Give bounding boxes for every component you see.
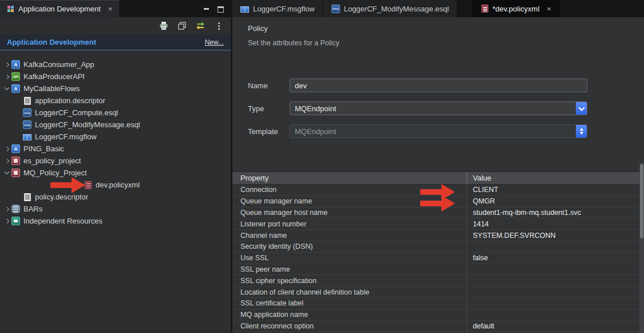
tree-item-label: LoggerCF_Compute.esql <box>35 108 118 117</box>
tree-item-LoggerCF.msgflow[interactable]: LoggerCF.msgflow <box>0 131 231 143</box>
scrollbar-thumb[interactable] <box>640 164 643 238</box>
property-cell: SSL peer name <box>232 264 467 275</box>
template-row: Template MQEndpoint <box>248 124 644 138</box>
close-view-icon[interactable]: × <box>108 5 113 13</box>
tree-item-es_policy_project[interactable]: es_policy_project <box>0 155 231 167</box>
table-scrollbar[interactable] <box>639 163 644 333</box>
table-row[interactable]: Use SSLfalse <box>232 253 644 264</box>
tree-item-application.descriptor[interactable]: application.descriptor <box>0 95 231 107</box>
expander-collapsed-icon[interactable] <box>3 157 11 165</box>
value-cell[interactable]: student1-mq-ibm-mq.student1.svc <box>467 207 644 218</box>
property-cell: Listener port number <box>232 218 467 229</box>
value-cell[interactable] <box>467 287 644 297</box>
expander-collapsed-icon[interactable] <box>3 73 11 81</box>
property-cell: Location of client channel definition ta… <box>232 287 467 297</box>
maximize-view-icon[interactable] <box>217 5 224 12</box>
app-icon <box>11 144 20 153</box>
property-cell: SSL cipher specification <box>232 275 467 286</box>
property-cell: Queue manager host name <box>232 207 467 218</box>
value-cell[interactable]: CLIENT <box>467 185 644 195</box>
table-row[interactable]: Queue manager host namestudent1-mq-ibm-m… <box>232 207 644 219</box>
table-row[interactable]: Queue manager nameQMGR <box>232 196 644 207</box>
tree-item-PING_Basic[interactable]: PING_Basic <box>0 143 231 155</box>
tree-item-MQ_Policy_Project[interactable]: MQ_Policy_Project <box>0 167 231 179</box>
tree-item-BARs[interactable]: BARs <box>0 203 231 215</box>
stepper-icon[interactable] <box>576 125 587 138</box>
tree-item-label: policy.descriptor <box>35 193 88 201</box>
tree-item-label: Independent Resources <box>23 217 102 225</box>
editor-title: Policy <box>248 24 644 33</box>
tree-item-label: MQ_Policy_Project <box>23 169 87 177</box>
app-icon <box>11 60 20 69</box>
property-cell: Channel name <box>232 230 467 241</box>
column-header-property[interactable]: Property <box>232 172 467 184</box>
table-row[interactable]: Listener port number1414 <box>232 218 644 230</box>
chevron-down-icon[interactable] <box>576 102 587 115</box>
expander-collapsed-icon[interactable] <box>3 145 11 153</box>
policy-properties-table: Property Value ConnectionCLIENTQueue man… <box>232 171 644 332</box>
editor-tab-LoggerCF_ModifyMessage.esql[interactable]: LoggerCF_ModifyMessage.esql <box>323 0 458 17</box>
tree-item-label: es_policy_project <box>23 156 81 165</box>
property-cell: Security identity (DSN) <box>232 241 467 252</box>
policy-form: Name Type MQEndpoint Template MQEndpoint <box>232 79 644 147</box>
value-cell[interactable] <box>467 241 644 252</box>
table-header-row: Property Value <box>232 172 644 185</box>
value-cell[interactable]: 1414 <box>467 218 644 229</box>
table-row[interactable]: ConnectionCLIENT <box>232 185 644 196</box>
table-row[interactable]: Security identity (DSN) <box>232 241 644 253</box>
value-cell[interactable]: default <box>467 321 644 332</box>
tree-item-dev.policyxml[interactable]: dev.policyxml <box>0 179 231 191</box>
table-row[interactable]: SSL peer name <box>232 264 644 276</box>
value-cell[interactable]: QMGR <box>467 196 644 207</box>
table-row[interactable]: Location of client channel definition ta… <box>232 287 644 298</box>
esql-icon <box>331 5 340 13</box>
name-input[interactable] <box>290 79 587 92</box>
bars-icon <box>11 205 20 213</box>
print-icon[interactable] <box>159 21 169 31</box>
table-row[interactable]: Client reconnect optiondefault <box>232 321 644 332</box>
minimize-view-icon[interactable] <box>203 5 210 12</box>
tree-item-KafkaProducerAPI[interactable]: KafkaProducerAPI <box>0 70 231 83</box>
esql-icon <box>23 108 31 117</box>
template-dropdown[interactable]: MQEndpoint <box>290 124 587 138</box>
value-cell[interactable] <box>467 310 644 320</box>
view-menu-icon[interactable] <box>214 21 224 31</box>
tree-item-KafkaConsumer_App[interactable]: KafkaConsumer_App <box>0 58 231 70</box>
tree-item-label: MyCallableFlows <box>23 84 80 93</box>
tree-item-label: BARs <box>23 205 42 213</box>
column-header-value[interactable]: Value <box>467 172 644 184</box>
expander-collapsed-icon[interactable] <box>3 217 11 225</box>
collapse-all-icon[interactable] <box>177 21 187 31</box>
table-row[interactable]: SSL cipher specification <box>232 275 644 287</box>
value-cell[interactable] <box>467 275 644 286</box>
expander-collapsed-icon[interactable] <box>3 205 11 213</box>
type-dropdown[interactable]: MQEndpoint <box>290 101 587 115</box>
value-cell[interactable] <box>467 298 644 309</box>
value-cell[interactable]: SYSTEM.DEF.SVRCONN <box>467 230 644 241</box>
editor-tab-label: LoggerCF_ModifyMessage.esql <box>344 5 449 13</box>
property-cell: Client reconnect option <box>232 321 467 332</box>
editor-tab-LoggerCF.msgflow[interactable]: LoggerCF.msgflow <box>232 0 323 17</box>
editor-tab-label: *dev.policyxml <box>492 5 539 13</box>
value-cell[interactable] <box>467 264 644 275</box>
value-cell[interactable]: false <box>467 253 644 264</box>
tree-item-Independent Resources[interactable]: Independent Resources <box>0 215 231 227</box>
policy-project-icon <box>11 169 20 177</box>
tab-application-development[interactable]: Application Development × <box>0 0 119 17</box>
table-row[interactable]: SSL certificate label <box>232 298 644 310</box>
tree-item-label: application.descriptor <box>35 96 105 105</box>
new-link[interactable]: New... <box>205 38 224 46</box>
tree-item-LoggerCF_ModifyMessage.esql[interactable]: LoggerCF_ModifyMessage.esql <box>0 119 231 131</box>
expander-expanded-icon[interactable] <box>3 169 11 177</box>
tree-item-policy.descriptor[interactable]: policy.descriptor <box>0 191 231 203</box>
table-row[interactable]: Channel nameSYSTEM.DEF.SVRCONN <box>232 230 644 241</box>
link-with-editor-icon[interactable] <box>195 21 206 31</box>
expander-collapsed-icon[interactable] <box>3 61 11 69</box>
table-row[interactable]: MQ application name <box>232 310 644 321</box>
expander-expanded-icon[interactable] <box>3 85 11 93</box>
tree-item-LoggerCF_Compute.esql[interactable]: LoggerCF_Compute.esql <box>0 107 231 119</box>
project-tree: KafkaConsumer_AppKafkaProducerAPIMyCalla… <box>0 50 231 333</box>
tree-item-MyCallableFlows[interactable]: MyCallableFlows <box>0 83 231 95</box>
close-tab-icon[interactable]: × <box>547 5 551 13</box>
editor-tab-dev.policyxml[interactable]: *dev.policyxml× <box>472 0 560 17</box>
